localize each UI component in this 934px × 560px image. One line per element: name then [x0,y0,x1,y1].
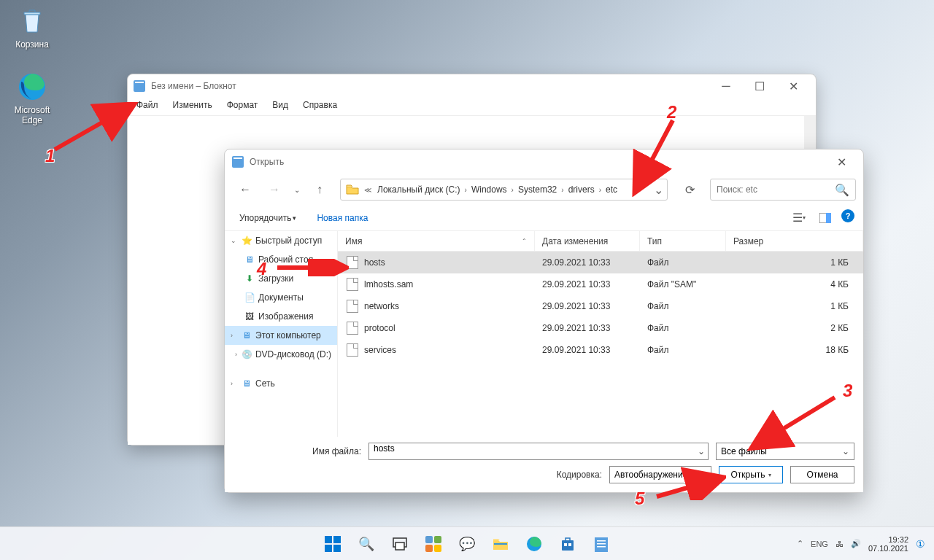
svg-rect-15 [434,536,441,543]
search-input[interactable] [717,184,835,195]
cancel-button[interactable]: Отмена [790,466,854,483]
sidebar-pictures[interactable]: 🖼Изображения [225,307,337,326]
svg-rect-14 [425,536,433,543]
menu-help[interactable]: Справка [296,98,344,115]
svg-rect-21 [564,543,567,546]
nav-row: ← → ⌄ ↑ ≪ Локальный диск (C:) › Windows … [225,174,863,205]
encoding-label: Кодировка: [557,470,602,480]
clock[interactable]: 19:32 07.10.2021 [868,535,908,553]
svg-rect-17 [434,545,441,552]
crumb-etc[interactable]: etc [603,183,620,196]
maximize-button[interactable]: ☐ [743,74,776,98]
volume-icon[interactable]: 🔊 [851,539,861,548]
crumb-disk[interactable]: Локальный диск (C:) [374,183,463,196]
crumb-drivers[interactable]: drivers [566,183,598,196]
view-options-button[interactable]: ☰ ▾ [789,209,809,227]
file-icon [347,322,358,335]
svg-rect-13 [395,542,404,550]
organize-button[interactable]: Упорядочить▾ [234,210,302,226]
recent-dropdown[interactable]: ⌄ [290,179,304,200]
column-headers: Имя⌃ Дата изменения Тип Размер [338,231,863,252]
file-row[interactable]: networks29.09.2021 10:33Файл1 КБ [338,295,863,317]
column-date[interactable]: Дата изменения [535,231,640,251]
back-button[interactable]: ← [232,179,258,200]
network-icon[interactable]: 🖧 [835,540,844,548]
folder-icon [345,183,360,196]
recycle-bin-label: Корзина [4,39,60,50]
notifications-icon[interactable]: ① [916,538,925,550]
sidebar-network[interactable]: ›🖥Сеть [225,374,337,393]
notepad-taskbar-icon[interactable] [587,529,616,559]
search-icon: 🔍 [835,183,849,197]
file-icon [347,343,358,357]
crumb-windows[interactable]: Windows [468,183,510,196]
sidebar-this-pc[interactable]: ›🖥Этот компьютер [225,326,337,345]
forward-button[interactable]: → [261,179,287,200]
notepad-title: Без имени – Блокнот [151,81,236,91]
filename-input[interactable]: hosts⌄ [368,443,709,460]
file-icon [347,300,358,313]
svg-line-5 [754,397,835,446]
close-button[interactable]: ✕ [776,74,810,98]
column-size[interactable]: Размер [726,231,863,251]
search-taskbar-icon[interactable]: 🔍 [352,529,381,559]
menu-view[interactable]: Вид [265,98,296,115]
store-icon[interactable] [553,529,582,559]
refresh-button[interactable]: ⟳ [678,179,701,201]
file-row[interactable]: protocol29.09.2021 10:33Файл2 КБ [338,317,863,339]
dialog-titlebar[interactable]: Открыть ✕ [225,149,863,174]
notepad-titlebar[interactable]: Без имени – Блокнот ─ ☐ ✕ [128,74,816,98]
chevron-right-icon: › [465,186,467,194]
tray-expand-icon[interactable]: ⌃ [797,539,803,548]
explorer-icon[interactable] [486,529,515,559]
filename-label: Имя файла: [234,446,368,456]
sidebar-documents[interactable]: 📄Документы [225,288,337,307]
minimize-button[interactable]: ─ [709,74,743,98]
breadcrumb-overflow[interactable]: ≪ [364,186,371,194]
menu-format[interactable]: Формат [220,98,266,115]
address-bar[interactable]: ≪ Локальный диск (C:) › Windows › System… [340,179,668,201]
search-box[interactable]: 🔍 [710,179,856,201]
chevron-right-icon: › [561,186,563,194]
svg-rect-22 [568,543,571,546]
help-button[interactable]: ? [841,209,854,222]
column-type[interactable]: Тип [640,231,726,251]
chevron-right-icon: › [599,186,601,194]
toolbar-row: Упорядочить▾ Новая папка ☰ ▾ ? [225,205,863,231]
file-row[interactable]: lmhosts.sam29.09.2021 10:33Файл "SAM"4 К… [338,273,863,295]
sidebar-quick-access[interactable]: ⌄⭐Быстрый доступ [225,231,337,250]
preview-pane-button[interactable] [815,209,835,227]
file-row[interactable]: services29.09.2021 10:33Файл18 КБ [338,339,863,361]
sidebar-dvd[interactable]: ›💿DVD-дисковод (D:) [225,345,337,364]
teams-icon[interactable]: 💬 [452,529,482,559]
up-button[interactable]: ↑ [306,179,333,200]
svg-rect-9 [333,536,341,543]
sort-arrow-icon: ⌃ [522,238,527,244]
annotation-3: 3 [843,381,852,401]
start-button[interactable] [318,529,347,559]
file-icon [347,278,358,291]
widgets-icon[interactable] [419,529,448,559]
annotation-arrow-3 [747,394,842,452]
edge-taskbar-icon[interactable] [520,529,549,559]
language-indicator[interactable]: ENG [811,540,828,548]
column-name[interactable]: Имя⌃ [338,231,535,251]
svg-rect-25 [597,543,606,545]
annotation-4: 4 [257,259,266,279]
file-row[interactable]: hosts29.09.2021 10:33Файл1 КБ [338,252,863,273]
task-view-icon[interactable] [385,529,414,559]
svg-rect-8 [325,536,332,543]
recycle-bin-icon[interactable]: Корзина [4,4,60,50]
notepad-app-icon [134,80,145,92]
annotation-arrow-4 [276,259,349,276]
chevron-right-icon: › [512,186,514,194]
chevron-down-icon[interactable]: ⌄ [698,446,705,456]
svg-line-4 [636,120,673,190]
dialog-close-button[interactable]: ✕ [827,152,856,172]
new-folder-button[interactable]: Новая папка [311,210,374,226]
dialog-app-icon [232,156,244,168]
svg-rect-26 [597,546,606,548]
menu-edit[interactable]: Изменить [166,98,220,115]
crumb-system32[interactable]: System32 [515,183,560,196]
open-button[interactable]: Открыть▾ [719,466,783,483]
